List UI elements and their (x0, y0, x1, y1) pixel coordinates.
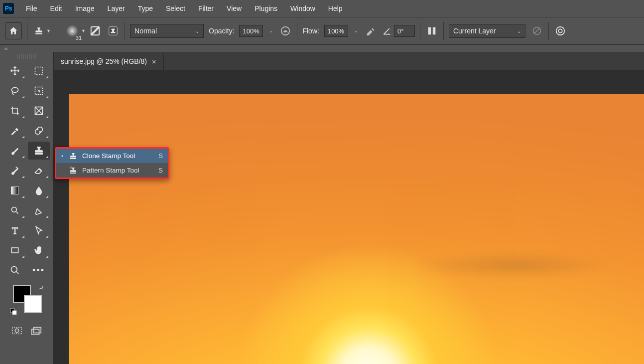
close-icon[interactable]: × (152, 57, 156, 66)
chevron-down-icon[interactable]: ⌄ (353, 28, 359, 33)
menu-image[interactable]: Image (69, 1, 101, 15)
brush-icon (10, 146, 20, 156)
rectangle-tool[interactable] (4, 241, 26, 259)
flyout-item-label: Pattern Stamp Tool (82, 167, 154, 174)
opacity-input[interactable]: 100% (239, 25, 263, 37)
menu-bar: Ps File Edit Image Layer Type Select Fil… (0, 0, 644, 17)
chevron-down-icon: ⌄ (517, 28, 521, 34)
menu-layer[interactable]: Layer (102, 1, 131, 15)
menu-edit[interactable]: Edit (44, 1, 68, 15)
flow-input[interactable]: 100% (324, 25, 348, 37)
menu-type[interactable]: Type (132, 1, 159, 15)
eyedropper-tool[interactable] (4, 122, 26, 140)
background-swatch[interactable] (24, 295, 42, 313)
clone-source-button[interactable] (107, 24, 120, 37)
svg-point-6 (556, 27, 565, 35)
menu-window[interactable]: Window (284, 1, 321, 15)
airbrush-button[interactable] (364, 24, 377, 37)
frame-tool[interactable] (28, 102, 50, 120)
type-tool[interactable] (4, 221, 26, 239)
opacity-value: 100% (243, 27, 259, 35)
chevron-down-icon: ▼ (80, 28, 87, 33)
angle-control[interactable]: 0° (382, 24, 415, 37)
menu-plugins[interactable]: Plugins (249, 1, 283, 15)
tool-preset-picker[interactable]: ▼ (32, 23, 54, 38)
path-select-tool[interactable] (28, 221, 50, 239)
gradient-tool[interactable] (4, 182, 26, 199)
eraser-tool[interactable] (28, 162, 50, 180)
pattern-stamp-icon (68, 167, 78, 175)
separator (27, 22, 27, 40)
aligned-button[interactable] (425, 24, 438, 37)
pen-tool[interactable] (28, 201, 50, 219)
flyout-item-shortcut: S (158, 152, 163, 160)
document-tab[interactable]: sunrise.jpg @ 25% (RGB/8) × (54, 53, 164, 70)
marquee-tool[interactable] (28, 62, 50, 80)
quick-mask-button[interactable] (10, 324, 23, 337)
svg-rect-4 (433, 27, 436, 35)
brush-settings-button[interactable] (89, 24, 102, 37)
airbrush-icon (365, 25, 376, 36)
svg-rect-15 (11, 187, 18, 194)
move-icon (10, 66, 20, 76)
quick-mask-icon (11, 326, 22, 335)
ignore-adjustment-button[interactable] (530, 24, 543, 37)
clone-panel-icon (108, 25, 119, 36)
pressure-opacity-button[interactable] (279, 24, 292, 37)
svg-point-22 (15, 329, 18, 332)
pressure-size-button[interactable] (554, 24, 567, 37)
object-select-tool[interactable] (28, 82, 50, 100)
sample-select[interactable]: Current Layer ⌄ (449, 24, 525, 38)
zoom-tool[interactable] (4, 261, 26, 279)
collapse-panels-button[interactable]: ‹‹ (1, 45, 11, 51)
menu-filter[interactable]: Filter (192, 1, 220, 15)
drop-icon (34, 185, 44, 195)
panel-grip[interactable] (17, 54, 37, 59)
brush-tool[interactable] (4, 142, 26, 160)
dodge-icon (10, 205, 20, 215)
svg-rect-20 (12, 311, 16, 315)
move-tool[interactable] (4, 62, 26, 80)
edit-toolbar-button[interactable]: ••• (28, 261, 50, 279)
canvas-viewport[interactable] (54, 70, 644, 364)
menu-select[interactable]: Select (160, 1, 191, 15)
blend-mode-select[interactable]: Normal ⌄ (130, 24, 204, 38)
healing-tool[interactable] (28, 122, 50, 140)
menu-view[interactable]: View (221, 1, 248, 15)
svg-point-16 (11, 207, 16, 212)
hand-tool[interactable] (28, 241, 50, 259)
menu-help[interactable]: Help (322, 1, 349, 15)
swap-colors-icon[interactable]: ⤾ (39, 284, 44, 291)
flow-label: Flow: (302, 27, 319, 35)
stamp-icon (68, 152, 78, 160)
hand-icon (34, 245, 44, 255)
color-swatches[interactable]: ⤾ (10, 284, 44, 315)
home-button[interactable] (5, 22, 22, 39)
angle-input[interactable]: 0° (394, 25, 415, 37)
blur-tool[interactable] (28, 182, 50, 199)
canvas-area: sunrise.jpg @ 25% (RGB/8) × (54, 52, 644, 364)
marquee-icon (34, 66, 44, 76)
separator (443, 22, 444, 40)
brush-preset-picker[interactable]: ▼ 31 (64, 23, 84, 38)
stamp-icon (34, 26, 43, 36)
screen-mode-button[interactable] (30, 324, 43, 337)
default-colors-icon[interactable] (10, 308, 17, 315)
separator (548, 22, 549, 40)
angle-value: 0° (397, 27, 403, 35)
history-brush-tool[interactable] (4, 162, 26, 180)
brush-size-label: 31 (76, 35, 82, 41)
lasso-tool[interactable] (4, 82, 26, 100)
menu-file[interactable]: File (20, 1, 43, 15)
document-canvas[interactable] (69, 94, 644, 364)
eyedropper-icon (10, 126, 20, 136)
flow-value: 100% (328, 27, 344, 35)
dodge-tool[interactable] (4, 201, 26, 219)
flyout-item-clone-stamp[interactable]: ▪ Clone Stamp Tool S (56, 149, 168, 163)
chevron-down-icon[interactable]: ⌄ (268, 28, 274, 33)
clone-stamp-tool[interactable] (28, 142, 50, 160)
flyout-item-pattern-stamp[interactable]: Pattern Stamp Tool S (56, 163, 168, 178)
crop-tool[interactable] (4, 102, 26, 120)
work-area: ••• ⤾ sunrise.jpg @ 25% (RGB/8) × (0, 52, 644, 364)
chevron-down-icon: ▼ (45, 28, 52, 33)
